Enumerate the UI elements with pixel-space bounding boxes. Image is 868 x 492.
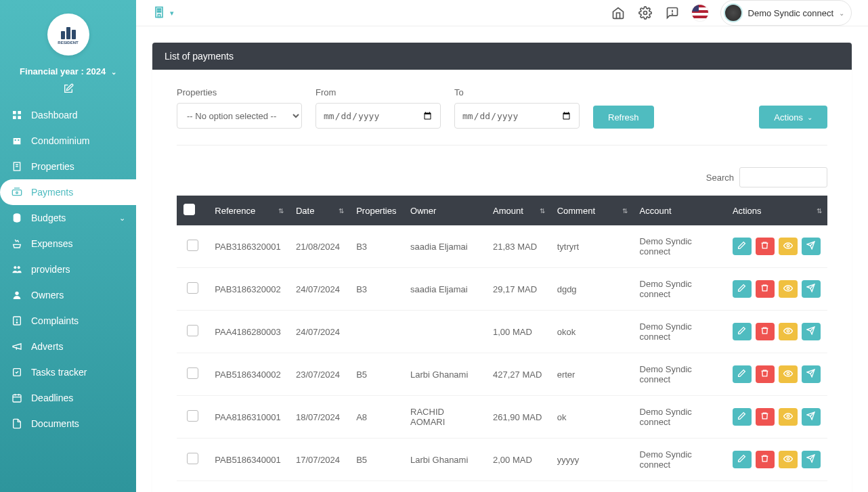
edit-button[interactable] — [733, 323, 752, 340]
send-button[interactable] — [802, 408, 821, 426]
trash-icon — [760, 284, 769, 294]
settings-icon[interactable] — [638, 5, 653, 20]
sidebar-item-dashboard[interactable]: Dashboard — [0, 102, 136, 128]
sidebar-item-documents[interactable]: Documents — [0, 411, 136, 437]
row-checkbox[interactable] — [187, 453, 198, 464]
properties-filter-select[interactable]: -- No option selected -- — [177, 103, 302, 129]
cell-amount: 29,17 MAD — [486, 268, 550, 311]
sidebar-item-label: Expenses — [31, 238, 125, 249]
delete-button[interactable] — [756, 408, 775, 426]
cell-amount: 427,27 MAD — [486, 353, 550, 396]
pencil-icon — [737, 241, 746, 252]
row-checkbox[interactable] — [187, 282, 198, 294]
actions-dropdown-button[interactable]: Actions ⌄ — [759, 106, 827, 129]
table-row: PAA418628000324/07/20241,00 MADokokDemo … — [177, 311, 827, 353]
svg-point-34 — [787, 330, 789, 332]
sidebar-item-condominium[interactable]: Condominium — [0, 128, 136, 154]
col-account[interactable]: Account — [633, 196, 726, 225]
send-button[interactable] — [802, 365, 821, 383]
sort-icon: ⇅ — [339, 207, 344, 215]
adverts-icon — [11, 340, 23, 353]
view-button[interactable] — [779, 238, 798, 255]
svg-point-13 — [18, 266, 20, 269]
view-button[interactable] — [779, 280, 798, 298]
edit-button[interactable] — [733, 365, 752, 383]
sidebar-item-properties[interactable]: Properties — [0, 154, 136, 179]
trash-icon — [760, 411, 769, 422]
sidebar-item-adverts[interactable]: Adverts — [0, 334, 136, 359]
select-all-checkbox[interactable] — [183, 204, 195, 215]
sidebar-item-complaints[interactable]: Complaints — [0, 308, 136, 334]
cell-comment: ccc — [550, 481, 633, 493]
col-amount[interactable]: Amount⇅ — [486, 196, 550, 225]
delete-button[interactable] — [756, 238, 775, 255]
cell-amount: 13,44 MAD — [486, 481, 550, 493]
properties-icon — [11, 160, 23, 173]
edit-button[interactable] — [733, 280, 752, 298]
sidebar-item-label: Budgets — [31, 213, 119, 223]
delete-button[interactable] — [756, 280, 775, 298]
edit-button[interactable] — [733, 451, 752, 468]
chevron-down-icon: ⌄ — [119, 214, 125, 223]
actions-button-label: Actions — [774, 112, 803, 122]
sidebar-item-providers[interactable]: providers — [0, 256, 136, 282]
card-header: List of payments — [152, 43, 852, 70]
svg-point-36 — [787, 415, 789, 418]
cell-comment: erter — [550, 353, 633, 396]
home-icon[interactable] — [611, 5, 626, 20]
brand-logo[interactable]: RESIDENT — [47, 14, 89, 55]
col-reference[interactable]: Reference⇅ — [208, 196, 289, 225]
view-button[interactable] — [779, 365, 798, 383]
delete-button[interactable] — [756, 451, 775, 468]
view-button[interactable] — [779, 323, 798, 340]
search-input[interactable] — [739, 167, 827, 187]
edit-button[interactable] — [733, 408, 752, 426]
sidebar: RESIDENT Financial year : 2024 ⌄ Dashboa… — [0, 0, 136, 492]
cell-date: 17/07/2024 — [289, 481, 349, 493]
financial-year-selector[interactable]: Financial year : 2024 ⌄ — [0, 64, 136, 79]
col-comment[interactable]: Comment⇅ — [550, 196, 633, 225]
sidebar-item-tasks-tracker[interactable]: Tasks tracker — [0, 359, 136, 385]
col-date[interactable]: Date⇅ — [289, 196, 349, 225]
search-row: Search — [177, 167, 827, 187]
send-button[interactable] — [802, 238, 821, 255]
row-checkbox[interactable] — [187, 367, 198, 379]
row-checkbox[interactable] — [187, 240, 198, 251]
language-flag-icon[interactable] — [692, 5, 708, 21]
sort-icon: ⇅ — [817, 207, 822, 215]
send-button[interactable] — [802, 451, 821, 468]
view-button[interactable] — [779, 408, 798, 426]
to-date-input[interactable] — [454, 103, 580, 129]
refresh-button[interactable]: Refresh — [593, 106, 654, 129]
cell-properties: B3 — [349, 225, 404, 268]
send-button[interactable] — [802, 323, 821, 340]
sort-icon: ⇅ — [622, 207, 628, 215]
delete-button[interactable] — [756, 365, 775, 383]
svg-rect-0 — [13, 111, 16, 114]
cell-date: 24/07/2024 — [289, 311, 349, 353]
from-date-input[interactable] — [316, 103, 441, 129]
cell-comment: ok — [550, 396, 633, 439]
sidebar-item-expenses[interactable]: Expenses — [0, 231, 136, 256]
edit-icon[interactable] — [62, 83, 74, 95]
delete-button[interactable] — [756, 323, 775, 340]
edit-button[interactable] — [733, 238, 752, 255]
sidebar-item-label: Properties — [31, 161, 125, 172]
eye-icon — [783, 284, 793, 295]
sidebar-item-deadlines[interactable]: Deadlines — [0, 385, 136, 411]
row-checkbox[interactable] — [187, 325, 198, 336]
notifications-icon[interactable] — [665, 5, 680, 20]
sidebar-item-payments[interactable]: Payments — [0, 179, 136, 205]
col-owner[interactable]: Owner — [404, 196, 486, 225]
sidebar-item-owners[interactable]: Owners — [0, 282, 136, 308]
user-menu[interactable]: Demo Syndic connect ⌄ — [720, 0, 852, 26]
col-properties[interactable]: Properties — [349, 196, 404, 225]
sidebar-item-budgets[interactable]: Budgets⌄ — [0, 205, 136, 231]
nav-list: DashboardCondominiumPropertiesPaymentsBu… — [0, 102, 136, 437]
view-button[interactable] — [779, 451, 798, 468]
send-button[interactable] — [802, 280, 821, 298]
cell-date: 24/07/2024 — [289, 268, 349, 311]
context-switcher[interactable]: ▾ — [152, 5, 174, 21]
row-checkbox[interactable] — [187, 410, 198, 422]
cell-properties: A8 — [349, 396, 404, 439]
